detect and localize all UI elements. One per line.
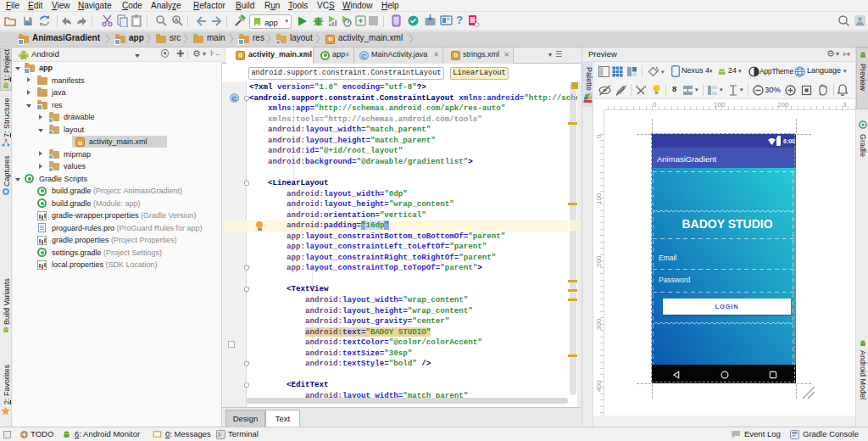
svg-text:A: A bbox=[175, 17, 179, 23]
